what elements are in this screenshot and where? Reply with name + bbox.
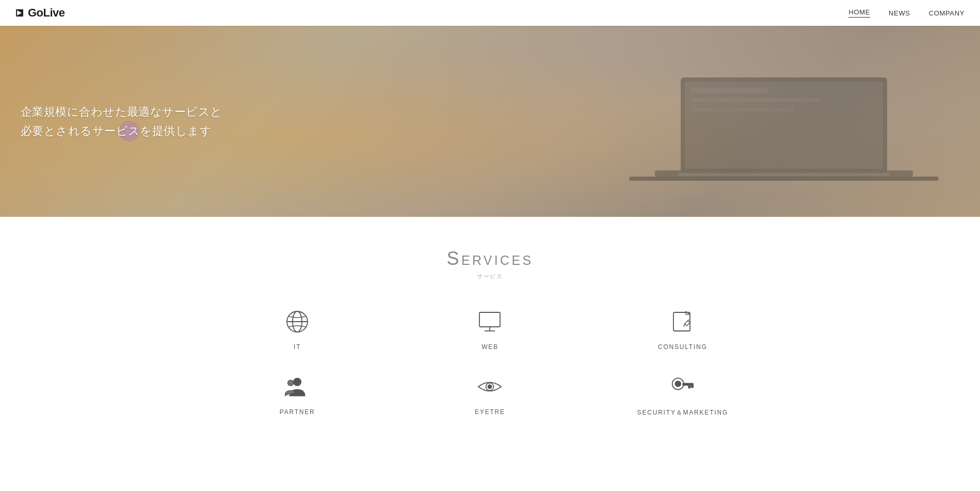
svg-rect-6 [691,88,768,93]
edit-icon [667,306,698,337]
hero-text-block: 企業規模に合わせた最適なサービスと 必要とされるサービスを提供します [21,102,222,141]
nav-company[interactable]: COMPANY [929,9,965,17]
svg-rect-9 [678,173,890,176]
globe-icon [282,306,313,337]
hero-line2: 必要とされるサービスを提供します [21,121,222,140]
key-icon [667,371,698,402]
svg-rect-5 [685,82,883,169]
nav-home[interactable]: HOME [848,8,870,18]
svg-rect-27 [691,385,693,388]
svg-line-18 [688,320,689,321]
nav-news[interactable]: NEWS [889,9,910,17]
service-eyetre[interactable]: EyeTre [399,371,581,417]
hero-section: 企業規模に合わせた最適なサービスと 必要とされるサービスを提供します [0,26,980,217]
svg-point-24 [675,381,681,387]
service-security[interactable]: SECURITY＆MARKETING [591,371,774,417]
services-section: Services サービス IT [0,217,980,458]
svg-point-19 [294,378,301,386]
header: GoLive HOME NEWS COMPANY [0,0,980,26]
users-icon [282,371,313,402]
service-it-label: IT [294,343,301,351]
svg-rect-26 [688,385,690,388]
svg-point-22 [488,385,492,388]
monitor-icon [474,306,505,337]
service-consulting-label: CONSULTING [658,343,708,351]
services-title: Services [10,248,970,270]
logo-text: GoLive [28,6,65,20]
svg-rect-7 [691,98,820,102]
service-web[interactable]: WEB [399,306,581,351]
service-partner-label: PARTNER [280,408,315,416]
logo-icon [15,8,26,18]
service-it[interactable]: IT [206,306,389,351]
svg-rect-3 [629,177,939,181]
service-partner[interactable]: PARTNER [206,371,389,417]
logo[interactable]: GoLive [15,6,65,20]
eye-icon [474,371,505,402]
service-security-label: SECURITY＆MARKETING [637,408,728,417]
services-grid: IT WEB [206,306,774,417]
svg-rect-8 [691,107,794,112]
svg-point-20 [288,380,294,386]
svg-rect-13 [479,312,500,327]
hero-line1: 企業規模に合わせた最適なサービスと [21,102,222,121]
service-consulting[interactable]: CONSULTING [591,306,774,351]
hero-laptop-image [629,62,939,217]
service-eyetre-label: EyeTre [475,408,505,416]
nav: HOME NEWS COMPANY [848,8,965,18]
svg-line-17 [684,324,685,327]
service-web-label: WEB [481,343,499,351]
services-subtitle: サービス [10,273,970,280]
svg-rect-16 [673,312,690,331]
